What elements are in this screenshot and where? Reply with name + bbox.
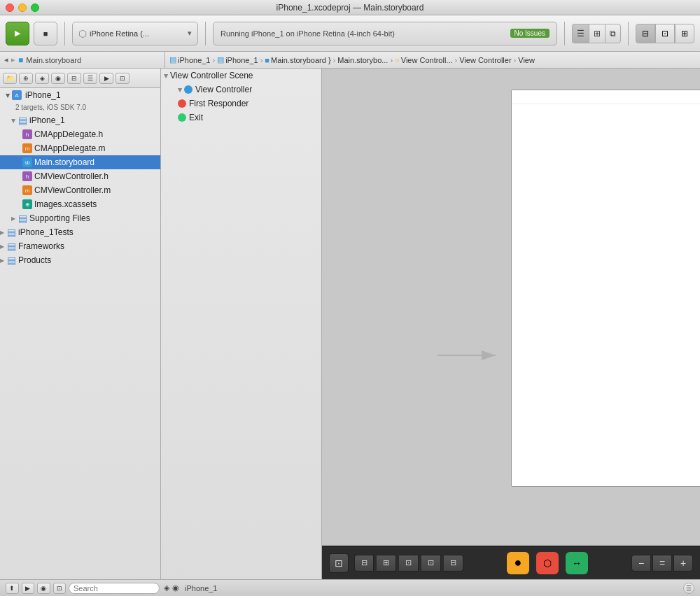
- breadcrumb-sb-label-2: Main.storybо...: [337, 56, 388, 64]
- breadcrumb-iphone1-first[interactable]: ▤ iPhone_1: [169, 55, 211, 64]
- align-btn-4[interactable]: ⊡: [421, 555, 441, 572]
- zoom-equals-button[interactable]: =: [652, 555, 672, 572]
- panel-utility-button[interactable]: ⊞: [675, 24, 694, 43]
- zoom-minus-button[interactable]: −: [631, 555, 651, 572]
- title-bar: iPhone_1.xcodeproj — Main.storyboard: [0, 0, 700, 15]
- sidebar-images-xcassets-label: Images.xcassets: [34, 199, 97, 209]
- scene-item-exit[interactable]: Exit: [161, 111, 321, 125]
- breadcrumb-iphone1-second[interactable]: ▤ iPhone_1: [217, 55, 258, 64]
- expand-icon: ▶: [5, 93, 11, 97]
- sidebar-icon-3[interactable]: ◈: [35, 73, 49, 84]
- sidebar-item-products[interactable]: ▶ ▤ Products: [0, 253, 160, 267]
- filter-icon[interactable]: ☰: [683, 583, 694, 594]
- align-btn-5[interactable]: ⊟: [444, 555, 463, 572]
- sidebar-cmappdelegate-m-label: CMAppDelegate.m: [34, 143, 105, 153]
- bottom-icon-b: ◉: [172, 583, 179, 593]
- align-btn-1[interactable]: ⊟: [354, 555, 374, 572]
- back-nav-button[interactable]: ◂: [4, 55, 8, 64]
- editor-assistant-button[interactable]: ⊞: [589, 24, 605, 43]
- sidebar-item-images-xcassets[interactable]: ⊕ Images.xcassets: [0, 197, 160, 211]
- canvas-scroll[interactable]: [322, 69, 700, 546]
- canvas-zoom-controls: − = +: [631, 555, 693, 572]
- forward-nav-button[interactable]: ▸: [11, 55, 15, 64]
- h-file-icon: h: [22, 129, 32, 139]
- sidebar-cmviewcontroller-m-label: CMViewController.m: [34, 185, 111, 195]
- status-icon-1[interactable]: ⬆: [6, 583, 19, 594]
- fit-button[interactable]: ⊡: [329, 553, 349, 573]
- sidebar-icon-5[interactable]: ⊟: [67, 73, 81, 84]
- entry-arrow-svg: [434, 341, 504, 369]
- align-buttons: ⊟ ⊞ ⊡ ⊡ ⊟: [354, 555, 463, 572]
- status-icon-2[interactable]: ▶: [22, 583, 35, 594]
- bottom-search-input[interactable]: [69, 583, 160, 594]
- panel-navigator-button[interactable]: ⊟: [636, 24, 655, 43]
- sidebar-item-supporting-files[interactable]: ▶ ▤ Supporting Files: [0, 211, 160, 225]
- breadcrumb-view[interactable]: View: [518, 56, 535, 64]
- exit-dot-icon: [178, 113, 186, 122]
- sidebar-cmviewcontroller-h-label: CMViewController.h: [34, 171, 108, 181]
- sidebar-icon-2[interactable]: ⊕: [19, 73, 33, 84]
- sidebar-item-cmviewcontroller-m[interactable]: m CMViewController.m: [0, 183, 160, 197]
- sidebar-file-label: ◂ ▸ ■ Main.storyboard: [4, 52, 165, 68]
- file-bar: ◂ ▸ ■ Main.storyboard ▤ iPhone_1 › ▤ iPh…: [0, 52, 700, 69]
- close-button[interactable]: [6, 3, 14, 12]
- zoom-group: − = +: [631, 555, 693, 572]
- status-icon-3[interactable]: ◉: [37, 583, 50, 594]
- sidebar-icon-6[interactable]: ☰: [83, 73, 97, 84]
- breadcrumb-vc-name[interactable]: View Controller: [459, 56, 511, 64]
- canvas-bottom-toolbar: ⊡ ⊟ ⊞ ⊡ ⊡ ⊟ ● ⬡ ↔: [322, 546, 700, 579]
- editor-standard-button[interactable]: ☰: [572, 24, 589, 43]
- bottom-left-icons: ⬆ ▶ ◉ ⊡: [6, 583, 160, 594]
- vc-dot-icon: [184, 85, 192, 94]
- controller-icon[interactable]: ⬡: [536, 552, 559, 574]
- sidebar-item-cmappdelegate-m[interactable]: m CMAppDelegate.m: [0, 141, 160, 155]
- sidebar-frameworks-label: Frameworks: [18, 241, 64, 251]
- align-btn-2[interactable]: ⊞: [377, 555, 396, 572]
- scene-item-first-responder[interactable]: First Responder: [161, 97, 321, 111]
- sidebar-item-frameworks[interactable]: ▶ ▤ Frameworks: [0, 239, 160, 253]
- sidebar-item-cmappdelegate-h[interactable]: h CMAppDelegate.h: [0, 127, 160, 141]
- breadcrumb-vc-label: View Controll...: [401, 56, 453, 64]
- align-btn-3[interactable]: ⊡: [399, 555, 419, 572]
- breadcrumb-storyboard2[interactable]: Main.storybо...: [337, 56, 388, 64]
- sidebar-icon-4[interactable]: ◉: [51, 73, 65, 84]
- expand-folder-icon: ▶: [10, 118, 17, 122]
- sidebar-item-iphone1-root[interactable]: ▶ A iPhone_1: [0, 88, 160, 102]
- bottom-iphone-label: iPhone_1: [185, 584, 218, 593]
- sidebar-icon-1[interactable]: 📁: [3, 73, 17, 84]
- status-bar-bottom: ⬆ ▶ ◉ ⊡ ◈ ◉ iPhone_1 ☰: [0, 579, 700, 596]
- object-icon[interactable]: ●: [507, 552, 529, 574]
- status-icon-4[interactable]: ⊡: [53, 583, 66, 594]
- canvas-inner: [322, 69, 700, 546]
- editor-standard-icon: ☰: [577, 29, 584, 38]
- sidebar-icon-7[interactable]: ▶: [99, 73, 113, 84]
- breadcrumb-trail: ▤ iPhone_1 › ▤ iPhone_1 › ■ Main.storybo…: [165, 55, 696, 64]
- stop-icon: ■: [43, 29, 48, 38]
- breadcrumb-label: iPhone_1: [178, 56, 211, 64]
- scene-item-view-controller[interactable]: ▶ View Controller: [161, 83, 321, 97]
- sidebar-icon-8[interactable]: ⊡: [115, 73, 130, 84]
- breadcrumb-viewcontroller[interactable]: ○ View Controll...: [395, 56, 452, 64]
- zoom-plus-button[interactable]: +: [673, 555, 693, 572]
- scheme-selector[interactable]: ⬡ iPhone Retina (... ▾: [72, 22, 198, 45]
- maximize-button[interactable]: [31, 3, 39, 12]
- breadcrumb-sep-5: ›: [455, 56, 458, 64]
- canvas-area: ⊡ ⊟ ⊞ ⊡ ⊡ ⊟ ● ⬡ ↔: [322, 69, 700, 579]
- project-icon: A: [12, 90, 22, 100]
- sidebar-item-iphone1tests[interactable]: ▶ ▤ iPhone_1Tests: [0, 225, 160, 239]
- folder-icon-3: ▤: [6, 227, 16, 237]
- minimize-button[interactable]: [18, 3, 27, 12]
- sidebar-item-iphone1-folder[interactable]: ▶ ▤ iPhone_1: [0, 113, 160, 127]
- run-button[interactable]: ▶: [6, 22, 29, 45]
- connect-icon[interactable]: ↔: [566, 552, 588, 574]
- breadcrumb-storyboard[interactable]: ■ Main.storyboard }: [265, 56, 330, 64]
- stop-button[interactable]: ■: [34, 22, 57, 45]
- panel-debug-button[interactable]: ⊡: [655, 24, 675, 43]
- scene-header[interactable]: ▶ View Controller Scene: [161, 69, 321, 83]
- sidebar-item-main-storyboard[interactable]: sb Main.storyboard: [0, 155, 160, 169]
- sidebar-item-cmviewcontroller-h[interactable]: h CMViewController.h: [0, 169, 160, 183]
- sidebar-cmappdelegate-h-label: CMAppDelegate.h: [34, 129, 103, 139]
- editor-version-button[interactable]: ⧉: [605, 24, 621, 43]
- iphone-device[interactable]: [511, 90, 700, 487]
- toolbar-separator-4: [628, 22, 629, 45]
